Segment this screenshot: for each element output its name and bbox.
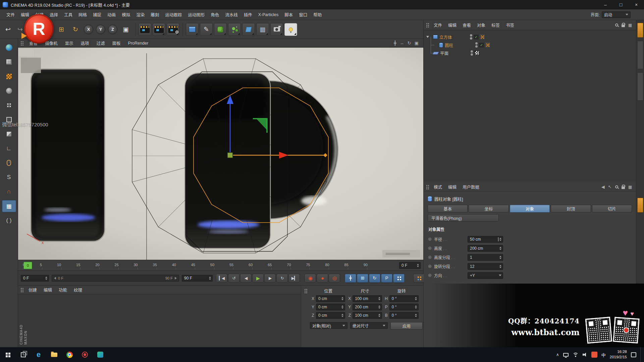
workplane-mode-button[interactable]: ▦: [2, 200, 16, 212]
render-to-picture-viewer-button[interactable]: [153, 23, 165, 36]
stepper-icon[interactable]: [378, 313, 380, 318]
stepper-icon[interactable]: [378, 304, 380, 310]
object-name[interactable]: 立方体: [439, 34, 468, 40]
make-editable-button[interactable]: [2, 42, 16, 54]
om-menu-edit[interactable]: 编辑: [445, 22, 460, 28]
visibility-dots-icon[interactable]: [471, 50, 473, 56]
om-menu-bookmarks[interactable]: 书签: [503, 22, 517, 28]
ime-language[interactable]: 中: [601, 352, 606, 358]
zoom-view-icon[interactable]: ↔: [400, 41, 404, 46]
apply-button[interactable]: 应用: [390, 322, 423, 329]
lock-icon[interactable]: [622, 24, 625, 27]
menu-motion-tracker[interactable]: 运动跟踪: [162, 11, 185, 18]
panel-grip-icon[interactable]: [426, 23, 429, 27]
previous-key-button[interactable]: ↺: [228, 274, 239, 283]
primitive-cube-button[interactable]: [186, 23, 199, 36]
scale-tool[interactable]: ⊞: [55, 23, 68, 36]
pinned-app-button[interactable]: [93, 347, 108, 362]
go-to-start-button[interactable]: ▎◀: [216, 274, 227, 283]
rotation-h-field[interactable]: 0 °: [389, 295, 419, 302]
menu-snap[interactable]: 捕捉: [90, 11, 104, 18]
expand-icon[interactable]: [426, 36, 429, 39]
viewport-menu-prorender[interactable]: ProRender: [125, 41, 152, 46]
keyframe-selection-button[interactable]: [413, 274, 425, 283]
visibility-dots-icon[interactable]: [475, 42, 478, 48]
menu-mograph[interactable]: 运动图形: [185, 11, 208, 18]
om-menu-tags[interactable]: 标签: [488, 22, 503, 28]
cursor-icon[interactable]: ↖: [608, 184, 612, 189]
dock-tab[interactable]: [637, 72, 643, 101]
stepper-icon[interactable]: [341, 296, 343, 301]
size-y-field[interactable]: 200 cm: [353, 304, 382, 310]
undo-button[interactable]: ↩: [3, 23, 13, 36]
menu-mesh[interactable]: 网格: [75, 11, 90, 18]
stepper-icon[interactable]: [341, 304, 343, 310]
current-frame-marker[interactable]: 0: [23, 262, 32, 269]
keyframe-dot-icon[interactable]: [428, 256, 431, 259]
rotation-segments-field[interactable]: 12: [468, 263, 503, 270]
chrome-button[interactable]: [62, 347, 77, 362]
object-row-cube[interactable]: 立方体 ✓: [424, 33, 636, 41]
dock-tab[interactable]: [637, 23, 643, 38]
menu-window[interactable]: 窗口: [296, 11, 310, 18]
stepper-icon[interactable]: [417, 263, 419, 268]
menu-script[interactable]: 脚本: [281, 11, 296, 18]
visibility-dots-icon[interactable]: [470, 34, 472, 40]
go-to-end-button[interactable]: ▶▎: [288, 274, 300, 283]
ime-icon[interactable]: [591, 352, 597, 358]
previous-frame-button[interactable]: ◀: [240, 274, 252, 283]
keyframe-dot-icon[interactable]: [428, 274, 431, 277]
rotation-p-field[interactable]: 0 °: [389, 304, 419, 310]
menu-simulate[interactable]: 模拟: [119, 11, 133, 18]
orbit-view-icon[interactable]: ↻: [408, 41, 411, 46]
layout-grid-icon[interactable]: ▦: [628, 185, 632, 189]
menu-render[interactable]: 渲染: [133, 11, 148, 18]
object-name[interactable]: 平面: [440, 50, 469, 56]
uv-mode-button[interactable]: [2, 85, 16, 97]
keyframe-dot-icon[interactable]: [428, 247, 431, 250]
coordinate-mode-dropdown[interactable]: 对象(相对): [310, 322, 347, 329]
tab-basic[interactable]: 基本: [428, 205, 468, 213]
material-list-area[interactable]: CINEMA4D MAXON: [18, 294, 301, 347]
play-button[interactable]: ▶: [252, 274, 264, 283]
key-position-toggle[interactable]: ╋: [345, 274, 356, 283]
menu-sculpt[interactable]: 雕刻: [148, 11, 162, 18]
deformer-button[interactable]: [242, 23, 255, 36]
soft-selection-button[interactable]: S: [2, 171, 16, 183]
lock-icon[interactable]: [622, 186, 625, 189]
panel-grip-icon[interactable]: [21, 41, 24, 46]
current-frame-field[interactable]: 0 F: [21, 275, 49, 282]
key-scale-toggle[interactable]: ⊞: [357, 274, 368, 283]
viewport-menu-display[interactable]: 显示: [62, 40, 77, 46]
panel-grip-icon[interactable]: [426, 185, 429, 189]
menu-animate[interactable]: 动画: [104, 11, 119, 18]
light-button[interactable]: [284, 23, 297, 36]
end-frame-field[interactable]: 90 F: [182, 275, 213, 282]
dock-tab[interactable]: [637, 198, 643, 213]
stepper-icon[interactable]: [378, 296, 380, 301]
model-mode-button[interactable]: [2, 56, 16, 68]
stepper-icon[interactable]: [415, 296, 417, 301]
radius-field[interactable]: 50 cm: [468, 236, 503, 243]
object-row-cylinder[interactable]: 圆柱 ✓: [424, 41, 636, 49]
interface-dropdown[interactable]: 启动: [602, 11, 631, 18]
task-view-button[interactable]: [15, 347, 31, 362]
timeline-ruler[interactable]: 0 5 10 15 20 25 30 35 40 45 50 55: [18, 260, 423, 271]
quantize-button[interactable]: ( ): [2, 215, 16, 227]
viewport[interactable]: x: [18, 48, 423, 260]
position-z-field[interactable]: 0 cm: [316, 312, 345, 319]
rotation-b-field[interactable]: 0 °: [389, 312, 419, 319]
am-menu-mode[interactable]: 模式: [431, 184, 445, 190]
mograph-array-button[interactable]: [228, 23, 241, 36]
position-y-field[interactable]: 0 cm: [316, 304, 345, 310]
timeline-range-slider[interactable]: 0 F 90 F: [52, 275, 179, 282]
dock-tab[interactable]: [637, 41, 643, 69]
tab-object[interactable]: 对象: [510, 205, 550, 213]
back-icon[interactable]: ◀: [601, 184, 605, 189]
viewport-solo-button[interactable]: [2, 157, 16, 169]
om-menu-file[interactable]: 文件: [431, 22, 445, 28]
file-explorer-button[interactable]: [46, 347, 62, 362]
axis-mode-button[interactable]: ∟: [2, 142, 16, 155]
viewport-menu-options[interactable]: 选项: [77, 40, 93, 46]
stepper-icon[interactable]: [499, 237, 501, 242]
